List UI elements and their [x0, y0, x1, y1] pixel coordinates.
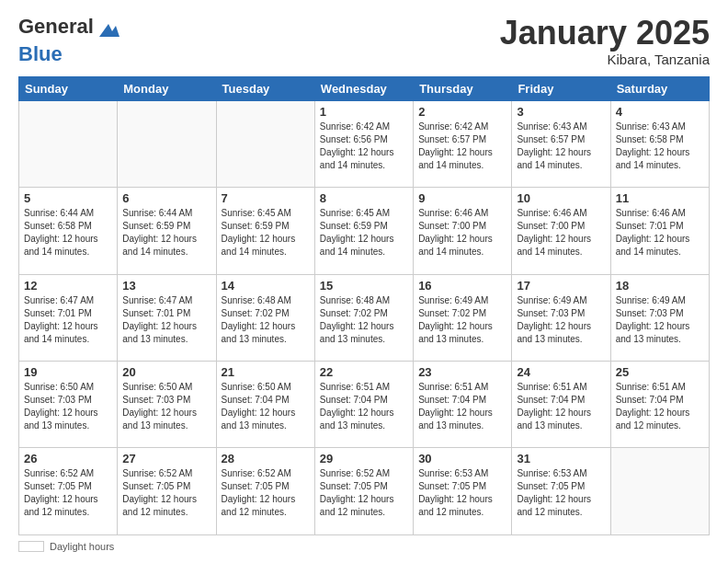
day-info: Sunrise: 6:52 AM Sunset: 7:05 PM Dayligh…: [222, 467, 310, 519]
calendar-week-row: 1Sunrise: 6:42 AM Sunset: 6:56 PM Daylig…: [19, 100, 710, 187]
day-info: Sunrise: 6:49 AM Sunset: 7:02 PM Dayligh…: [418, 294, 506, 346]
day-info: Sunrise: 6:46 AM Sunset: 7:00 PM Dayligh…: [517, 207, 605, 259]
col-monday: Monday: [118, 76, 216, 100]
day-info: Sunrise: 6:45 AM Sunset: 6:59 PM Dayligh…: [320, 207, 408, 259]
logo-bird-icon: [96, 17, 121, 42]
day-number: 20: [122, 365, 210, 379]
day-info: Sunrise: 6:48 AM Sunset: 7:02 PM Dayligh…: [222, 294, 310, 346]
calendar-cell: 25Sunrise: 6:51 AM Sunset: 7:04 PM Dayli…: [610, 362, 709, 448]
day-info: Sunrise: 6:46 AM Sunset: 7:01 PM Dayligh…: [616, 207, 704, 259]
day-number: 15: [320, 279, 408, 293]
day-info: Sunrise: 6:49 AM Sunset: 7:03 PM Dayligh…: [616, 294, 704, 346]
calendar-cell: 11Sunrise: 6:46 AM Sunset: 7:01 PM Dayli…: [610, 188, 709, 274]
day-info: Sunrise: 6:42 AM Sunset: 6:57 PM Dayligh…: [418, 121, 506, 172]
logo-general: General: [18, 15, 94, 38]
day-info: Sunrise: 6:49 AM Sunset: 7:03 PM Dayligh…: [517, 294, 605, 346]
col-wednesday: Wednesday: [314, 76, 413, 100]
calendar-cell: [216, 100, 314, 187]
calendar-week-row: 12Sunrise: 6:47 AM Sunset: 7:01 PM Dayli…: [19, 274, 710, 361]
calendar-cell: 19Sunrise: 6:50 AM Sunset: 7:03 PM Dayli…: [19, 362, 118, 448]
day-info: Sunrise: 6:47 AM Sunset: 7:01 PM Dayligh…: [24, 294, 112, 346]
day-number: 1: [320, 105, 408, 119]
location: Kibara, Tanzania: [500, 52, 710, 67]
day-info: Sunrise: 6:50 AM Sunset: 7:03 PM Dayligh…: [122, 381, 210, 432]
day-info: Sunrise: 6:42 AM Sunset: 6:56 PM Dayligh…: [320, 121, 408, 172]
day-info: Sunrise: 6:52 AM Sunset: 7:05 PM Dayligh…: [320, 467, 408, 519]
day-info: Sunrise: 6:44 AM Sunset: 6:59 PM Dayligh…: [122, 207, 210, 259]
day-number: 16: [418, 279, 506, 293]
day-number: 11: [616, 191, 704, 205]
calendar-cell: 20Sunrise: 6:50 AM Sunset: 7:03 PM Dayli…: [118, 362, 216, 448]
calendar-cell: 22Sunrise: 6:51 AM Sunset: 7:04 PM Dayli…: [314, 362, 413, 448]
day-info: Sunrise: 6:45 AM Sunset: 6:59 PM Dayligh…: [222, 207, 310, 259]
day-number: 18: [616, 279, 704, 293]
day-info: Sunrise: 6:51 AM Sunset: 7:04 PM Dayligh…: [320, 381, 408, 432]
col-friday: Friday: [512, 76, 610, 100]
day-number: 17: [517, 279, 605, 293]
day-number: 25: [616, 365, 704, 379]
day-number: 21: [222, 365, 310, 379]
calendar-cell: 18Sunrise: 6:49 AM Sunset: 7:03 PM Dayli…: [610, 274, 709, 361]
page: General Blue January 2025 Kibara, Tanzan…: [0, 0, 728, 563]
day-info: Sunrise: 6:53 AM Sunset: 7:05 PM Dayligh…: [517, 467, 605, 519]
day-info: Sunrise: 6:50 AM Sunset: 7:04 PM Dayligh…: [222, 381, 310, 432]
day-number: 22: [320, 365, 408, 379]
calendar-cell: [19, 100, 118, 187]
calendar-cell: 21Sunrise: 6:50 AM Sunset: 7:04 PM Dayli…: [216, 362, 314, 448]
calendar-week-row: 5Sunrise: 6:44 AM Sunset: 6:58 PM Daylig…: [19, 188, 710, 274]
day-info: Sunrise: 6:50 AM Sunset: 7:03 PM Dayligh…: [24, 381, 112, 432]
header: General Blue January 2025 Kibara, Tanzan…: [18, 15, 710, 67]
daylight-icon: [18, 541, 44, 552]
calendar-week-row: 26Sunrise: 6:52 AM Sunset: 7:05 PM Dayli…: [19, 448, 710, 535]
day-number: 2: [418, 105, 506, 119]
day-number: 12: [24, 279, 112, 293]
calendar-cell: 5Sunrise: 6:44 AM Sunset: 6:58 PM Daylig…: [19, 188, 118, 274]
calendar-week-row: 19Sunrise: 6:50 AM Sunset: 7:03 PM Dayli…: [19, 362, 710, 448]
calendar-cell: 2Sunrise: 6:42 AM Sunset: 6:57 PM Daylig…: [414, 100, 512, 187]
footer: Daylight hours: [18, 541, 710, 552]
calendar-cell: 13Sunrise: 6:47 AM Sunset: 7:01 PM Dayli…: [118, 274, 216, 361]
col-tuesday: Tuesday: [216, 76, 314, 100]
weekday-header-row: Sunday Monday Tuesday Wednesday Thursday…: [19, 76, 710, 100]
svg-marker-0: [99, 24, 119, 37]
day-number: 30: [418, 452, 506, 465]
calendar-cell: 9Sunrise: 6:46 AM Sunset: 7:00 PM Daylig…: [414, 188, 512, 274]
day-number: 14: [222, 279, 310, 293]
calendar-cell: 6Sunrise: 6:44 AM Sunset: 6:59 PM Daylig…: [118, 188, 216, 274]
calendar-cell: 10Sunrise: 6:46 AM Sunset: 7:00 PM Dayli…: [512, 188, 610, 274]
day-info: Sunrise: 6:52 AM Sunset: 7:05 PM Dayligh…: [122, 467, 210, 519]
day-number: 7: [222, 191, 310, 205]
logo-text: General: [18, 15, 121, 42]
calendar-cell: 27Sunrise: 6:52 AM Sunset: 7:05 PM Dayli…: [118, 448, 216, 535]
calendar-cell: 16Sunrise: 6:49 AM Sunset: 7:02 PM Dayli…: [414, 274, 512, 361]
day-number: 26: [24, 452, 112, 465]
day-number: 29: [320, 452, 408, 465]
calendar-cell: 3Sunrise: 6:43 AM Sunset: 6:57 PM Daylig…: [512, 100, 610, 187]
day-number: 23: [418, 365, 506, 379]
calendar-cell: 15Sunrise: 6:48 AM Sunset: 7:02 PM Dayli…: [314, 274, 413, 361]
calendar-cell: 14Sunrise: 6:48 AM Sunset: 7:02 PM Dayli…: [216, 274, 314, 361]
day-info: Sunrise: 6:47 AM Sunset: 7:01 PM Dayligh…: [122, 294, 210, 346]
col-sunday: Sunday: [19, 76, 118, 100]
calendar-cell: 24Sunrise: 6:51 AM Sunset: 7:04 PM Dayli…: [512, 362, 610, 448]
day-number: 6: [122, 191, 210, 205]
calendar-cell: 30Sunrise: 6:53 AM Sunset: 7:05 PM Dayli…: [414, 448, 512, 535]
day-number: 13: [122, 279, 210, 293]
day-info: Sunrise: 6:52 AM Sunset: 7:05 PM Dayligh…: [24, 467, 112, 519]
calendar-cell: [118, 100, 216, 187]
day-info: Sunrise: 6:51 AM Sunset: 7:04 PM Dayligh…: [517, 381, 605, 432]
calendar-cell: 26Sunrise: 6:52 AM Sunset: 7:05 PM Dayli…: [19, 448, 118, 535]
day-number: 9: [418, 191, 506, 205]
calendar: Sunday Monday Tuesday Wednesday Thursday…: [18, 76, 710, 535]
day-info: Sunrise: 6:51 AM Sunset: 7:04 PM Dayligh…: [616, 381, 704, 432]
day-info: Sunrise: 6:43 AM Sunset: 6:58 PM Dayligh…: [616, 121, 704, 172]
day-info: Sunrise: 6:46 AM Sunset: 7:00 PM Dayligh…: [418, 207, 506, 259]
calendar-cell: 28Sunrise: 6:52 AM Sunset: 7:05 PM Dayli…: [216, 448, 314, 535]
calendar-cell: 31Sunrise: 6:53 AM Sunset: 7:05 PM Dayli…: [512, 448, 610, 535]
day-number: 4: [616, 105, 704, 119]
logo-blue: Blue: [18, 42, 121, 66]
day-number: 24: [517, 365, 605, 379]
day-info: Sunrise: 6:48 AM Sunset: 7:02 PM Dayligh…: [320, 294, 408, 346]
calendar-cell: 12Sunrise: 6:47 AM Sunset: 7:01 PM Dayli…: [19, 274, 118, 361]
calendar-cell: 17Sunrise: 6:49 AM Sunset: 7:03 PM Dayli…: [512, 274, 610, 361]
